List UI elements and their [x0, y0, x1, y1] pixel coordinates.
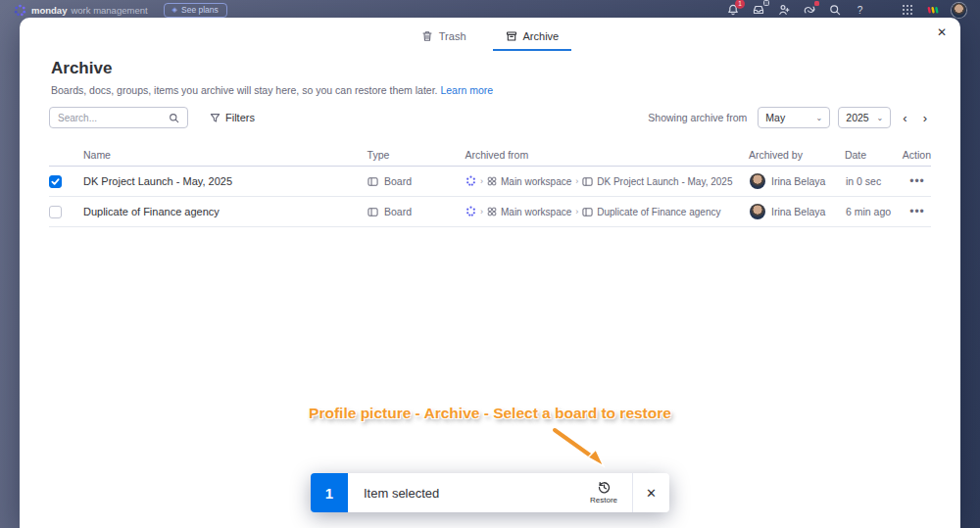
search-icon: [169, 113, 179, 123]
chevron-down-icon: ⌄: [877, 114, 884, 122]
controls-row: Filters Showing archive from May ⌄ 2025 …: [49, 106, 931, 129]
toolbar-close-button[interactable]: ✕: [633, 473, 669, 512]
selection-label: Item selected: [364, 486, 575, 501]
board-icon: [368, 207, 378, 217]
search-button[interactable]: [828, 4, 841, 17]
inbox-icon: [753, 4, 764, 16]
board-name: DK Project Launch - May, 2025: [597, 176, 732, 187]
top-app-bar: monday work management ◈ See plans 1: [0, 0, 980, 20]
archive-table: Name Type Archived from Archived by Date…: [49, 143, 931, 227]
board-name: Duplicate of Finance agency: [597, 207, 720, 217]
column-header-date: Date: [845, 149, 903, 161]
item-type: Board: [368, 206, 466, 217]
row-checkbox[interactable]: [49, 206, 62, 218]
workspace-name: Main workspace: [501, 207, 571, 217]
filters-label: Filters: [225, 112, 255, 123]
tab-archive[interactable]: Archive: [493, 25, 572, 51]
profile-avatar[interactable]: [952, 3, 966, 18]
column-header-archived-by: Archived by: [749, 149, 845, 161]
updates-badge: [814, 1, 819, 6]
user-avatar: [750, 204, 765, 219]
archive-box-icon: [506, 30, 517, 42]
grid-menu-icon: [902, 4, 913, 16]
column-header-name: Name: [83, 149, 368, 161]
type-label: Board: [384, 206, 412, 217]
user-avatar: [750, 173, 765, 189]
column-header-action: Action: [903, 149, 931, 161]
breadcrumb-separator: ›: [480, 176, 483, 186]
archived-by: Irina Belaya: [750, 204, 846, 219]
column-header-type: Type: [368, 149, 466, 161]
topbar-actions: 1: [726, 3, 966, 18]
monday-mini-clover-icon: [466, 206, 476, 218]
see-plans-button[interactable]: ◈ See plans: [164, 3, 227, 18]
next-month-button[interactable]: ›: [919, 112, 931, 124]
showing-archive-label: Showing archive from: [648, 112, 747, 123]
product-switcher-logo[interactable]: [926, 4, 939, 17]
archived-by: Irina Belaya: [750, 173, 846, 189]
learn-more-link[interactable]: Learn more: [440, 84, 493, 96]
tab-trash[interactable]: Trash: [409, 25, 479, 51]
see-plans-label: See plans: [181, 5, 219, 15]
board-icon: [582, 176, 593, 187]
tab-trash-label: Trash: [439, 30, 466, 42]
archive-modal: ✕ Trash Archive Archive Boards, docs, gr…: [20, 18, 960, 528]
tutorial-annotation: Profile picture - Archive - Select a boa…: [0, 405, 980, 422]
user-name: Irina Belaya: [771, 206, 825, 217]
item-type: Board: [368, 175, 466, 187]
workspace-icon: [487, 176, 497, 186]
check-icon: [51, 177, 60, 186]
item-name[interactable]: DK Project Launch - May, 2025: [83, 175, 368, 187]
brand-name: monday: [31, 5, 67, 16]
close-icon: ✕: [646, 486, 657, 501]
help-button[interactable]: ?: [854, 4, 866, 17]
chevron-down-icon: ⌄: [816, 114, 823, 122]
search-input[interactable]: [58, 113, 169, 123]
breadcrumb-separator: ›: [575, 207, 578, 216]
selected-count: 1: [311, 473, 348, 512]
date-filter-group: Showing archive from May ⌄ 2025 ⌄ ‹ ›: [648, 107, 931, 128]
trash-archive-tabs: Trash Archive: [20, 25, 960, 51]
breadcrumb-separator: ›: [575, 176, 578, 186]
breadcrumb-separator: ›: [480, 207, 483, 216]
apps-grid-button[interactable]: [901, 4, 913, 17]
board-icon: [582, 207, 593, 217]
page-title: Archive: [51, 59, 112, 78]
trash-icon: [421, 30, 433, 42]
monday-logo-icon: [14, 4, 26, 17]
search-box[interactable]: [49, 107, 188, 128]
inbox-button[interactable]: [752, 4, 764, 17]
person-add-icon: [778, 4, 790, 16]
restore-history-icon: [598, 481, 611, 494]
month-select[interactable]: May ⌄: [758, 107, 830, 128]
restore-button[interactable]: Restore: [575, 473, 632, 512]
row-checkbox[interactable]: [49, 175, 62, 188]
more-options-icon[interactable]: •••: [909, 205, 925, 218]
page-description: Boards, docs, groups, items you archive …: [51, 84, 493, 96]
table-row: DK Project Launch - May, 2025 Board ›: [49, 167, 931, 197]
filters-button[interactable]: Filters: [210, 112, 255, 123]
archived-from-breadcrumb[interactable]: › Main workspace › DK Project Launch - M…: [466, 175, 750, 188]
workspace-name: Main workspace: [501, 176, 571, 187]
inbox-badge: [763, 0, 769, 6]
archived-from-breadcrumb[interactable]: › Main workspace › Duplicate of Finance …: [466, 206, 750, 218]
selection-toolbar: 1 Item selected Restore ✕: [311, 473, 669, 512]
update-loop-icon: [804, 4, 815, 16]
description-text: Boards, docs, groups, items you archive …: [51, 84, 438, 96]
monday-mini-logo-icon: [927, 4, 939, 16]
table-row: Duplicate of Finance agency Board ›: [49, 197, 931, 227]
prev-month-button[interactable]: ‹: [899, 112, 910, 124]
invite-members-button[interactable]: [777, 4, 790, 17]
updates-feed-button[interactable]: [803, 4, 815, 17]
workspace-icon: [487, 207, 497, 216]
question-icon: ?: [858, 5, 863, 16]
user-name: Irina Belaya: [771, 175, 825, 187]
search-icon: [829, 4, 841, 16]
archived-date: 6 min ago: [846, 206, 904, 217]
notifications-button[interactable]: 1: [726, 4, 739, 17]
item-name[interactable]: Duplicate of Finance agency: [83, 206, 368, 217]
more-options-icon[interactable]: •••: [909, 174, 925, 188]
column-header-archived-from: Archived from: [465, 149, 749, 161]
year-select[interactable]: 2025 ⌄: [838, 107, 891, 128]
year-value: 2025: [846, 112, 868, 123]
